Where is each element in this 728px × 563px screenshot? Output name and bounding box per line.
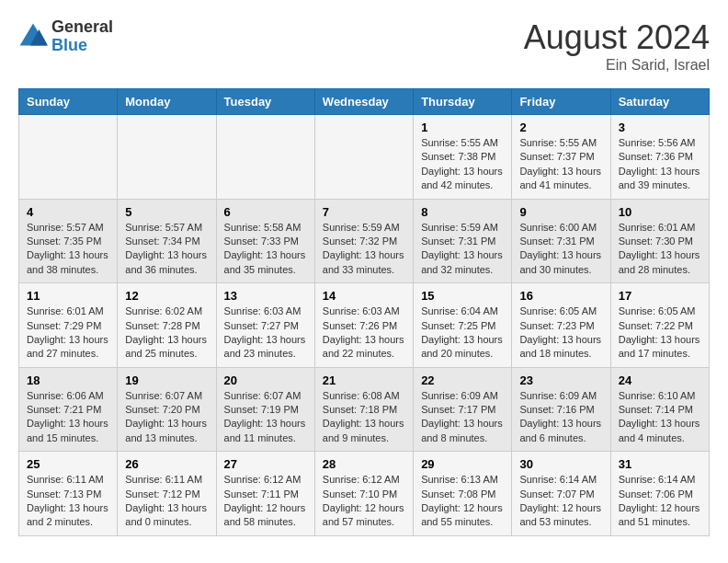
day-number: 15 [421, 289, 504, 303]
calendar-table: Sunday Monday Tuesday Wednesday Thursday… [18, 88, 710, 536]
title-block: August 2024 Ein Sarid, Israel [524, 18, 710, 74]
day-number: 13 [224, 289, 307, 303]
day-info: Sunrise: 6:12 AMSunset: 7:11 PMDaylight:… [224, 473, 307, 530]
header-thursday: Thursday [414, 89, 512, 115]
day-number: 5 [125, 205, 208, 219]
day-number: 11 [27, 289, 109, 303]
header-saturday: Saturday [610, 89, 709, 115]
calendar-cell-w4-d4: 22Sunrise: 6:09 AMSunset: 7:17 PMDayligh… [414, 367, 512, 452]
day-number: 7 [323, 205, 405, 219]
day-info: Sunrise: 6:07 AMSunset: 7:19 PMDaylight:… [224, 389, 307, 446]
day-info: Sunrise: 5:55 AMSunset: 7:38 PMDaylight:… [421, 136, 504, 193]
day-number: 12 [125, 289, 208, 303]
logo-text: General Blue [51, 18, 113, 55]
calendar-cell-w2-d6: 10Sunrise: 6:01 AMSunset: 7:30 PMDayligh… [610, 199, 709, 283]
header-sunday: Sunday [19, 89, 118, 115]
week-row-1: 1Sunrise: 5:55 AMSunset: 7:38 PMDaylight… [19, 115, 710, 200]
day-number: 19 [125, 373, 208, 387]
day-info: Sunrise: 5:58 AMSunset: 7:33 PMDaylight:… [224, 221, 307, 278]
day-info: Sunrise: 6:02 AMSunset: 7:28 PMDaylight:… [125, 304, 208, 362]
day-info: Sunrise: 6:14 AMSunset: 7:06 PMDaylight:… [619, 473, 701, 530]
day-number: 3 [619, 121, 701, 134]
calendar-cell-w3-d5: 16Sunrise: 6:05 AMSunset: 7:23 PMDayligh… [512, 283, 610, 368]
calendar-cell-w1-d1 [118, 115, 216, 200]
calendar-cell-w5-d1: 26Sunrise: 6:11 AMSunset: 7:12 PMDayligh… [118, 452, 216, 536]
calendar-cell-w3-d6: 17Sunrise: 6:05 AMSunset: 7:22 PMDayligh… [610, 283, 709, 368]
header-tuesday: Tuesday [216, 89, 314, 115]
day-info: Sunrise: 6:13 AMSunset: 7:08 PMDaylight:… [421, 473, 504, 530]
calendar-cell-w3-d3: 14Sunrise: 6:03 AMSunset: 7:26 PMDayligh… [314, 283, 413, 368]
day-info: Sunrise: 6:05 AMSunset: 7:23 PMDaylight:… [519, 304, 602, 362]
day-number: 20 [224, 373, 307, 387]
day-info: Sunrise: 6:12 AMSunset: 7:10 PMDaylight:… [323, 473, 405, 530]
day-info: Sunrise: 6:08 AMSunset: 7:18 PMDaylight:… [323, 389, 405, 446]
day-number: 24 [619, 373, 701, 387]
calendar-cell-w2-d4: 8Sunrise: 5:59 AMSunset: 7:31 PMDaylight… [414, 199, 512, 283]
day-number: 6 [224, 205, 307, 219]
subtitle: Ein Sarid, Israel [524, 57, 710, 74]
calendar-cell-w3-d4: 15Sunrise: 6:04 AMSunset: 7:25 PMDayligh… [414, 283, 512, 368]
day-info: Sunrise: 5:59 AMSunset: 7:31 PMDaylight:… [421, 221, 504, 278]
day-info: Sunrise: 5:56 AMSunset: 7:36 PMDaylight:… [619, 136, 701, 193]
day-info: Sunrise: 6:00 AMSunset: 7:31 PMDaylight:… [519, 221, 602, 278]
header-monday: Monday [118, 89, 216, 115]
calendar-cell-w1-d5: 2Sunrise: 5:55 AMSunset: 7:37 PMDaylight… [512, 115, 610, 200]
calendar-cell-w1-d3 [314, 115, 413, 200]
header-wednesday: Wednesday [314, 89, 413, 115]
calendar-cell-w2-d2: 6Sunrise: 5:58 AMSunset: 7:33 PMDaylight… [216, 199, 314, 283]
calendar-cell-w5-d0: 25Sunrise: 6:11 AMSunset: 7:13 PMDayligh… [19, 452, 118, 536]
day-number: 23 [519, 373, 602, 387]
calendar-cell-w3-d0: 11Sunrise: 6:01 AMSunset: 7:29 PMDayligh… [19, 283, 118, 368]
calendar-cell-w1-d0 [19, 115, 118, 200]
calendar-cell-w4-d5: 23Sunrise: 6:09 AMSunset: 7:16 PMDayligh… [512, 367, 610, 452]
calendar-cell-w4-d6: 24Sunrise: 6:10 AMSunset: 7:14 PMDayligh… [610, 367, 709, 452]
calendar-cell-w5-d5: 30Sunrise: 6:14 AMSunset: 7:07 PMDayligh… [512, 452, 610, 536]
day-info: Sunrise: 6:07 AMSunset: 7:20 PMDaylight:… [125, 389, 208, 446]
day-number: 1 [421, 121, 504, 134]
calendar-cell-w3-d1: 12Sunrise: 6:02 AMSunset: 7:28 PMDayligh… [118, 283, 216, 368]
day-number: 27 [224, 457, 307, 471]
day-info: Sunrise: 6:04 AMSunset: 7:25 PMDaylight:… [421, 304, 504, 362]
calendar-cell-w5-d2: 27Sunrise: 6:12 AMSunset: 7:11 PMDayligh… [216, 452, 314, 536]
calendar-cell-w5-d4: 29Sunrise: 6:13 AMSunset: 7:08 PMDayligh… [414, 452, 512, 536]
day-info: Sunrise: 6:01 AMSunset: 7:29 PMDaylight:… [27, 304, 109, 362]
day-number: 2 [519, 121, 602, 134]
day-number: 8 [421, 205, 504, 219]
calendar-cell-w2-d3: 7Sunrise: 5:59 AMSunset: 7:32 PMDaylight… [314, 199, 413, 283]
week-row-4: 18Sunrise: 6:06 AMSunset: 7:21 PMDayligh… [19, 367, 710, 452]
calendar-cell-w3-d2: 13Sunrise: 6:03 AMSunset: 7:27 PMDayligh… [216, 283, 314, 368]
calendar-cell-w1-d2 [216, 115, 314, 200]
page-header: General Blue August 2024 Ein Sarid, Isra… [18, 18, 710, 74]
week-row-2: 4Sunrise: 5:57 AMSunset: 7:35 PMDaylight… [19, 199, 710, 283]
day-number: 22 [421, 373, 504, 387]
calendar-cell-w2-d5: 9Sunrise: 6:00 AMSunset: 7:31 PMDaylight… [512, 199, 610, 283]
day-info: Sunrise: 5:57 AMSunset: 7:35 PMDaylight:… [27, 221, 109, 278]
day-number: 10 [619, 205, 701, 219]
day-info: Sunrise: 5:59 AMSunset: 7:32 PMDaylight:… [323, 221, 405, 278]
day-info: Sunrise: 6:06 AMSunset: 7:21 PMDaylight:… [27, 389, 109, 446]
logo-general-text: General [51, 18, 113, 37]
header-row: Sunday Monday Tuesday Wednesday Thursday… [19, 89, 710, 115]
day-info: Sunrise: 6:10 AMSunset: 7:14 PMDaylight:… [619, 389, 701, 446]
day-number: 21 [323, 373, 405, 387]
calendar-cell-w1-d6: 3Sunrise: 5:56 AMSunset: 7:36 PMDaylight… [610, 115, 709, 200]
main-title: August 2024 [524, 18, 710, 57]
day-info: Sunrise: 5:57 AMSunset: 7:34 PMDaylight:… [125, 221, 208, 278]
day-number: 25 [27, 457, 109, 471]
logo-blue-text: Blue [51, 37, 113, 55]
calendar-cell-w4-d3: 21Sunrise: 6:08 AMSunset: 7:18 PMDayligh… [314, 367, 413, 452]
day-number: 14 [323, 289, 405, 303]
day-number: 26 [125, 457, 208, 471]
calendar-cell-w2-d0: 4Sunrise: 5:57 AMSunset: 7:35 PMDaylight… [19, 199, 118, 283]
day-info: Sunrise: 6:09 AMSunset: 7:16 PMDaylight:… [519, 389, 602, 446]
day-info: Sunrise: 6:03 AMSunset: 7:27 PMDaylight:… [224, 304, 307, 362]
day-info: Sunrise: 6:11 AMSunset: 7:13 PMDaylight:… [27, 473, 109, 530]
calendar-body: 1Sunrise: 5:55 AMSunset: 7:38 PMDaylight… [19, 115, 710, 536]
day-number: 4 [27, 205, 109, 219]
calendar-cell-w4-d0: 18Sunrise: 6:06 AMSunset: 7:21 PMDayligh… [19, 367, 118, 452]
calendar-cell-w5-d3: 28Sunrise: 6:12 AMSunset: 7:10 PMDayligh… [314, 452, 413, 536]
day-number: 17 [619, 289, 701, 303]
calendar-cell-w5-d6: 31Sunrise: 6:14 AMSunset: 7:06 PMDayligh… [610, 452, 709, 536]
day-info: Sunrise: 6:01 AMSunset: 7:30 PMDaylight:… [619, 221, 701, 278]
week-row-5: 25Sunrise: 6:11 AMSunset: 7:13 PMDayligh… [19, 452, 710, 536]
